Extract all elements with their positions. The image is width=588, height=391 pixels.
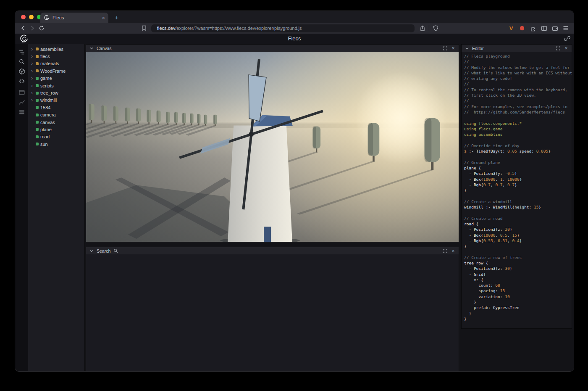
new-tab-button[interactable]: + [113,13,121,21]
entity-kind-square [36,143,39,145]
url-bar[interactable]: flecs.dev/explorer/?wasm=https://www.fle… [151,24,415,32]
search-panel-title: Search [97,248,110,254]
tree-item-road[interactable]: road [28,133,84,140]
entity-tree-icon[interactable] [15,47,28,57]
entity-kind-square [36,48,39,50]
close-panel-icon[interactable]: × [450,45,456,51]
tree-item-windmill[interactable]: ›windmill [28,97,84,104]
tree-item-tree_row[interactable]: ›tree_row [28,89,84,96]
expand-chevron-icon[interactable]: › [31,98,34,102]
entity-kind-square [36,55,39,58]
expand-chevron-icon[interactable]: › [31,76,34,80]
expand-chevron-icon[interactable]: › [31,47,34,51]
forward-button[interactable] [28,24,37,32]
search-icon [113,248,118,254]
bookmark-icon[interactable] [139,24,149,32]
editor-panel-header: Editor × [462,45,572,52]
entity-kind-square [36,62,39,65]
tree-item-flecs[interactable]: ›flecs [28,53,84,60]
code-line: tree_row { [464,260,572,266]
code-icon[interactable] [15,76,28,86]
code-line: // For more examples, see examples/plecs… [464,104,572,109]
tree-item-materials[interactable]: ›materials [28,60,84,67]
tree-item-canvas[interactable]: canvas [28,119,84,126]
editor-panel-title: Editor [472,46,483,51]
entity-kind-square [36,84,39,87]
code-editor[interactable]: // Flecs playground//// Modify the value… [462,52,572,328]
sidebar-toggle-icon[interactable] [539,24,549,32]
close-panel-icon[interactable]: × [563,45,569,51]
entity-kind-square [36,114,39,116]
flecs-explorer-page: Flecs [15,34,574,371]
extensions-puzzle-icon[interactable] [528,24,538,32]
canvas-3d-view[interactable] [86,52,459,242]
canvas-panel: Canvas × [86,44,459,242]
statistics-icon[interactable] [15,97,28,107]
expand-chevron-icon[interactable]: › [31,54,34,58]
tree-item-label: scripts [40,83,54,88]
collapse-chevron-icon[interactable] [464,45,470,51]
menu-icon[interactable] [561,24,570,32]
queries-icon[interactable] [15,87,28,97]
adblock-extension-icon[interactable] [517,24,527,32]
tree-item-label: 1584 [40,105,50,110]
tab-close-icon[interactable]: × [102,15,105,21]
minimize-window-button[interactable] [29,15,34,19]
page-title: Flecs [15,35,574,42]
entity-kind-square [36,69,39,72]
editor-panel: Editor × // Flecs playground//// Modify … [461,44,572,329]
brave-shield-icon[interactable] [431,24,440,32]
code-line: // Create a windmill [464,199,572,204]
tree-item-assemblies[interactable]: ›assemblies [28,45,84,53]
world-icon[interactable] [15,66,28,76]
tree-item-sun[interactable]: sun [28,140,84,148]
tree-item-1584[interactable]: 1584 [28,104,84,111]
code-line: $ :- TimeOfDay{t: 0.05 speed: 0.005} [464,148,572,154]
code-line: // [464,81,572,87]
expand-chevron-icon[interactable]: › [31,91,34,95]
close-panel-icon[interactable]: × [450,248,456,254]
tab-favicon [44,15,50,21]
fullscreen-icon[interactable] [442,248,448,254]
browser-toolbar: flecs.dev/explorer/?wasm=https://www.fle… [15,23,574,34]
code-line: variation: 10 [464,294,572,299]
tree-item-camera[interactable]: camera [28,111,84,119]
browser-tab[interactable]: Flecs × [40,13,108,23]
tab-title: Flecs [52,15,99,20]
code-line: // [464,98,572,103]
tree-item-game[interactable]: ›game [28,75,84,82]
back-button[interactable] [18,24,28,32]
code-line [464,154,572,159]
search-panel: Search × [86,247,459,371]
tree-item-scripts[interactable]: ›scripts [28,82,84,89]
code-line: road { [464,221,572,227]
entity-kind-square [36,121,39,124]
code-line [464,249,572,254]
expand-chevron-icon[interactable]: › [31,69,34,73]
tree-item-label: camera [40,112,56,117]
search-icon[interactable] [15,57,28,66]
code-line [464,193,572,198]
fullscreen-icon[interactable] [442,45,448,51]
tree-item-label: flecs [40,54,50,59]
brave-vpn-icon[interactable]: V [507,24,516,32]
expand-chevron-icon[interactable]: › [31,61,34,66]
close-window-button[interactable] [21,15,26,19]
expand-chevron-icon[interactable]: › [31,84,34,88]
code-line: - Rgb{0.7, 0.7, 0.7} [464,182,572,188]
tree-item-label: canvas [40,120,55,125]
code-line: // Ground plane [464,160,572,165]
reload-button[interactable] [37,24,46,32]
share-link-icon[interactable] [564,35,570,42]
tables-icon[interactable] [15,107,28,116]
fullscreen-icon[interactable] [555,45,561,51]
entity-kind-square [36,99,39,102]
url-path: /explorer/?wasm=https://www.flecs.dev/ex… [175,26,302,31]
collapse-chevron-icon[interactable] [89,45,94,51]
code-line: using flecs.components.* [464,121,572,126]
tree-item-WoodFrame[interactable]: ›WoodFrame [28,67,84,74]
collapse-chevron-icon[interactable] [89,248,94,254]
wallet-icon[interactable] [550,24,559,32]
tree-item-plane[interactable]: plane [28,126,84,133]
share-icon[interactable] [418,24,427,32]
